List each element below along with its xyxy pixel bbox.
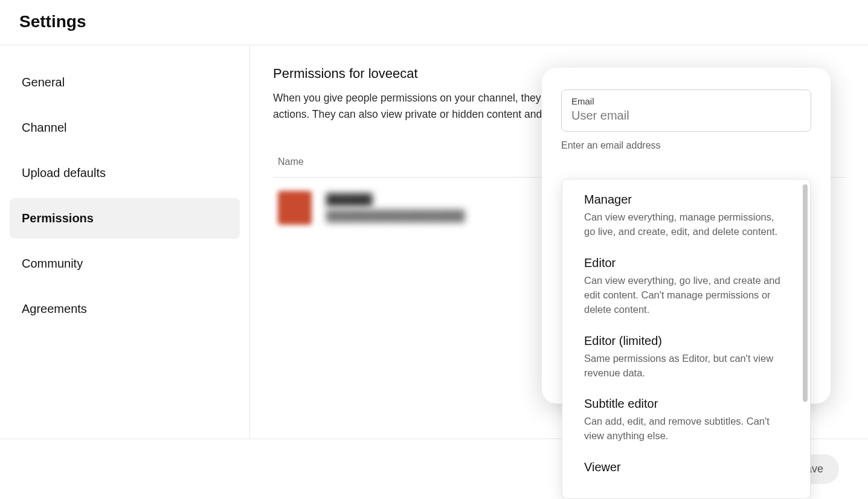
role-title: Manager	[584, 193, 788, 207]
email-label: Email	[571, 96, 801, 106]
role-option-editor-limited[interactable]: Editor (limited) Same permissions as Edi…	[562, 326, 810, 389]
dialog-header: Settings	[0, 0, 868, 45]
role-title: Subtitle editor	[584, 397, 788, 411]
settings-dialog: Settings General Channel Upload defaults…	[0, 0, 868, 499]
role-option-manager[interactable]: Manager Can view everything, manage perm…	[562, 184, 810, 248]
role-desc: Can view everything, manage permissions,…	[584, 210, 783, 239]
avatar	[278, 191, 312, 225]
role-desc: Same permissions as Editor, but can't vi…	[584, 352, 783, 381]
sidebar-item-upload-defaults[interactable]: Upload defaults	[10, 153, 240, 193]
role-option-viewer[interactable]: Viewer	[562, 452, 810, 486]
role-title: Viewer	[584, 460, 788, 474]
settings-sidebar: General Channel Upload defaults Permissi…	[0, 45, 250, 489]
email-hint: Enter an email address	[561, 140, 811, 151]
row-text: ██████ ██████████████████	[326, 193, 465, 222]
sidebar-item-permissions[interactable]: Permissions	[10, 198, 240, 239]
sidebar-item-community[interactable]: Community	[10, 243, 240, 284]
role-option-editor[interactable]: Editor Can view everything, go live, and…	[562, 248, 810, 326]
sidebar-item-agreements[interactable]: Agreements	[10, 289, 240, 329]
role-desc: Can view everything, go live, and create…	[584, 274, 783, 317]
role-title: Editor	[584, 256, 788, 270]
column-name: Name	[278, 156, 304, 167]
email-input[interactable]	[571, 109, 801, 123]
role-desc: Can add, edit, and remove subtitles. Can…	[584, 414, 783, 443]
sidebar-item-channel[interactable]: Channel	[10, 108, 240, 148]
role-option-subtitle-editor[interactable]: Subtitle editor Can add, edit, and remov…	[562, 388, 810, 452]
role-title: Editor (limited)	[584, 334, 788, 348]
sidebar-item-general[interactable]: General	[10, 62, 240, 103]
row-name: ██████	[326, 193, 465, 206]
page-title: Settings	[19, 12, 849, 31]
role-dropdown: Manager Can view everything, manage perm…	[562, 179, 811, 499]
row-email: ██████████████████	[326, 210, 465, 222]
dropdown-scrollbar[interactable]	[803, 184, 808, 402]
email-field-box[interactable]: Email	[561, 89, 811, 132]
